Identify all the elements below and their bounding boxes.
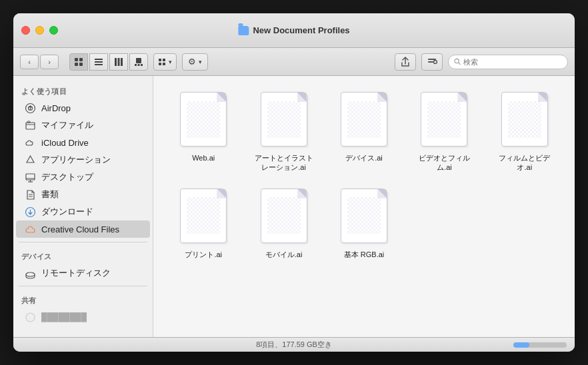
cover-icon	[134, 57, 143, 67]
close-button[interactable]	[21, 26, 30, 35]
airdrop-icon	[24, 102, 36, 114]
list-view-button[interactable]	[89, 53, 108, 71]
arrange-icon	[427, 57, 437, 67]
gear-dropdown-arrow: ▾	[199, 59, 202, 65]
search-input[interactable]	[463, 58, 562, 66]
svg-rect-17	[163, 63, 165, 65]
forward-icon: ›	[48, 58, 51, 66]
svg-rect-27	[26, 174, 35, 180]
svg-rect-5	[95, 61, 103, 63]
finder-window: New Document Profiles ‹ ›	[13, 13, 575, 352]
svg-rect-2	[75, 63, 78, 66]
window-title: New Document Profiles	[253, 25, 349, 35]
view-mode-buttons	[69, 53, 148, 71]
sidebar-item-remote[interactable]: リモートディスク	[16, 264, 150, 282]
favorites-label: よく使う項目	[13, 81, 153, 99]
documents-icon	[24, 188, 36, 200]
file-item-print[interactable]: プリント.ai	[167, 186, 240, 259]
share-button[interactable]	[395, 53, 416, 71]
svg-rect-7	[115, 58, 117, 66]
apps-label: アプリケーション	[41, 154, 111, 166]
file-grid: Web.ai アートとイラストレーション.ai デバイス.ai	[153, 76, 575, 337]
sidebar-separator-2	[19, 286, 147, 286]
file-item-rgb[interactable]: 基本 RGB.ai	[327, 186, 401, 259]
sidebar-item-apps[interactable]: アプリケーション	[16, 151, 150, 169]
svg-rect-25	[26, 123, 35, 129]
sidebar-item-desktop[interactable]: デスクトップ	[16, 169, 150, 186]
svg-rect-10	[136, 58, 141, 63]
sidebar-item-documents[interactable]: 書類	[16, 186, 150, 203]
share-icon	[400, 57, 411, 67]
action-button[interactable]: ⚙ ▾	[182, 53, 208, 71]
toolbar: ‹ ›	[13, 48, 575, 76]
svg-rect-3	[79, 63, 83, 66]
minimize-button[interactable]	[35, 26, 44, 35]
search-box[interactable]	[448, 55, 568, 69]
sidebar-item-airdrop[interactable]: AirDrop	[16, 99, 150, 117]
main-content: よく使う項目 AirDrop	[13, 76, 575, 337]
svg-rect-16	[159, 63, 161, 65]
cover-view-button[interactable]	[129, 53, 148, 71]
sidebar-separator-1	[19, 242, 147, 242]
svg-rect-11	[135, 64, 137, 66]
sidebar-item-creative[interactable]: Creative Cloud Files	[16, 220, 150, 238]
svg-rect-8	[118, 58, 120, 66]
creative-label: Creative Cloud Files	[41, 224, 119, 234]
file-item-web[interactable]: Web.ai	[167, 89, 240, 173]
file-item-artillus[interactable]: アートとイラストレーション.ai	[247, 89, 320, 173]
downloads-icon	[24, 206, 36, 218]
devices-label: デバイス	[13, 246, 153, 264]
statusbar: 8項目、177.59 GB空き	[13, 337, 575, 352]
shared-label: 共有	[13, 290, 153, 308]
column-view-button[interactable]	[109, 53, 128, 71]
list-icon	[94, 57, 103, 67]
sidebar-item-downloads[interactable]: ダウンロード	[16, 203, 150, 220]
svg-rect-6	[95, 64, 103, 65]
svg-rect-1	[79, 58, 83, 61]
remote-disk-icon	[24, 267, 36, 279]
sidebar-item-icloud[interactable]: iCloud Drive	[16, 134, 150, 151]
svg-rect-14	[159, 59, 161, 61]
file-label-video: ビデオとフィルム.ai	[414, 153, 474, 173]
svg-rect-15	[163, 59, 165, 61]
file-label-mobile: モバイル.ai	[265, 250, 303, 259]
svg-point-34	[26, 272, 35, 276]
desktop-label: デスクトップ	[41, 171, 93, 183]
grid-dropdown-icon	[158, 58, 166, 66]
airdrop-label: AirDrop	[41, 103, 71, 113]
title-folder-icon	[238, 26, 249, 35]
sidebar-item-myfiles[interactable]: マイファイル	[16, 117, 150, 134]
arrange-button[interactable]	[421, 53, 443, 71]
svg-line-22	[459, 63, 460, 64]
maximize-button[interactable]	[49, 26, 58, 35]
gear-icon: ⚙	[188, 57, 196, 67]
svg-rect-18	[428, 59, 436, 60]
sidebar-item-shared[interactable]: ████████	[16, 308, 150, 326]
remote-label: リモートディスク	[41, 267, 111, 279]
sidebar: よく使う項目 AirDrop	[13, 76, 153, 337]
grid-view-button[interactable]	[69, 53, 88, 71]
shared-icon	[24, 311, 36, 323]
apps-icon	[24, 154, 36, 166]
myfiles-label: マイファイル	[41, 119, 93, 131]
svg-rect-12	[138, 64, 140, 66]
column-icon	[114, 57, 123, 67]
file-label-web: Web.ai	[192, 153, 215, 163]
file-label-print: プリント.ai	[185, 250, 222, 259]
svg-rect-13	[141, 64, 143, 66]
back-button[interactable]: ‹	[20, 55, 39, 69]
storage-indicator	[513, 342, 567, 348]
documents-label: 書類	[41, 188, 59, 200]
file-item-video[interactable]: ビデオとフィルム.ai	[407, 89, 481, 173]
view-dropdown-button[interactable]: ▾	[153, 53, 177, 71]
svg-rect-0	[75, 58, 78, 61]
file-item-film[interactable]: フィルムとビデオ.ai	[488, 89, 561, 173]
file-label-film: フィルムとビデオ.ai	[495, 153, 555, 173]
grid-icon	[74, 57, 83, 67]
forward-button[interactable]: ›	[40, 55, 59, 69]
creative-cloud-icon	[24, 223, 36, 235]
icloud-label: iCloud Drive	[41, 138, 89, 148]
file-item-mobile[interactable]: モバイル.ai	[247, 186, 320, 259]
file-item-device[interactable]: デバイス.ai	[327, 89, 401, 173]
storage-fill	[513, 342, 529, 348]
